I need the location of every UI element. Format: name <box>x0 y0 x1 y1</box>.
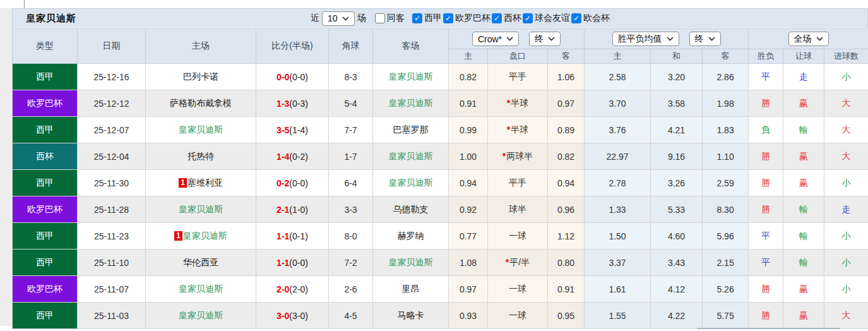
avg-draw: 3.26 <box>651 170 703 196</box>
home-team-name: 萨格勒布戴拿模 <box>170 98 232 108</box>
team-history-panel: 皇家贝迪斯 近 10 场 同客✓西甲✓欧罗巴杯✓西杯✓球会友谊✓欧会杯 <box>12 8 868 329</box>
odds-home: 1.08 <box>449 250 488 276</box>
average-odds-value: 胜平负均值 <box>618 33 662 45</box>
home-team: 萨格勒布戴拿模 <box>146 90 256 117</box>
match-date: 25-12-07 <box>78 117 146 143</box>
filter-checkbox-同客[interactable]: 同客 <box>375 13 405 24</box>
fulltime-score: 1-3 <box>276 99 289 109</box>
checkbox-checked-icon[interactable]: ✓ <box>412 13 422 23</box>
score: 3-0(3-0) <box>256 303 329 329</box>
away-team: 赫罗纳 <box>373 223 449 250</box>
result-goals: 走 <box>824 196 868 223</box>
halftime-score: (0-2) <box>289 152 308 162</box>
col-header-type: 类型 <box>13 29 78 64</box>
handicap-line: *半球 <box>488 117 548 143</box>
scope-select[interactable]: 全场 <box>788 32 829 46</box>
league-badge: 欧罗巴杯 <box>13 276 77 302</box>
checkbox-checked-icon[interactable]: ✓ <box>571 13 581 23</box>
recent-count-select[interactable]: 10 <box>322 11 355 26</box>
match-date: 25-11-23 <box>78 223 146 250</box>
result-goals-text: 大 <box>842 98 851 108</box>
result-goals: 大 <box>824 143 868 170</box>
home-team: 皇家贝迪斯 <box>146 196 256 223</box>
average-odds-select[interactable]: 胜平负均值 <box>612 32 679 46</box>
odds-home: 0.92 <box>449 196 488 223</box>
halftime-score: (3-0) <box>289 311 308 321</box>
matches-label: 场 <box>357 13 366 24</box>
result-handicap-text: 輸 <box>799 124 808 135</box>
handicap-line-text: 一球 <box>509 284 526 294</box>
halftime-score: (1-0) <box>289 205 308 215</box>
match-date: 25-11-10 <box>78 250 146 276</box>
fulltime-score: 3-5 <box>276 125 289 135</box>
result-wdl: 勝 <box>749 196 783 223</box>
away-team-name: 赫罗纳 <box>398 231 424 241</box>
odds-home: 0.77 <box>449 223 488 250</box>
score: 1-1(0-1) <box>256 223 329 250</box>
filter-checkbox-西甲[interactable]: ✓西甲 <box>412 13 442 24</box>
handicap-line-text: 平手 <box>509 71 526 81</box>
filter-checkbox-欧会杯[interactable]: ✓欧会杯 <box>571 13 610 24</box>
avg-home: 2.58 <box>585 64 651 90</box>
league-badge: 西杯 <box>13 143 77 169</box>
filter-checkbox-西杯[interactable]: ✓西杯 <box>492 13 521 24</box>
bookmaker-time-select[interactable]: 终 <box>529 32 561 46</box>
title-bar: 皇家贝迪斯 近 10 场 同客✓西甲✓欧罗巴杯✓西杯✓球会友谊✓欧会杯 <box>12 8 868 28</box>
result-handicap-text: 輸 <box>799 257 808 267</box>
league-badge: 欧罗巴杯 <box>13 90 77 116</box>
home-team-name: 皇家贝迪斯 <box>179 310 223 320</box>
average-time-select[interactable]: 终 <box>689 32 721 46</box>
league-badge: 西甲 <box>13 223 77 249</box>
result-handicap-text: 赢 <box>799 284 808 294</box>
type-cell: 欧罗巴杯 <box>13 196 78 223</box>
col-header-away: 客场 <box>373 29 449 64</box>
fulltime-score: 0-2 <box>276 178 289 188</box>
result-goals-text: 小 <box>842 71 851 81</box>
away-team-name: 皇家贝迪斯 <box>389 98 433 108</box>
type-cell: 西甲 <box>13 117 78 143</box>
odds-home: 0.82 <box>449 64 488 90</box>
filter-checkbox-球会友谊[interactable]: ✓球会友谊 <box>523 13 570 24</box>
bookmaker-select-value: Crow* <box>478 34 502 44</box>
checkbox-checked-icon[interactable]: ✓ <box>492 13 502 23</box>
checkbox-unchecked-icon[interactable] <box>375 13 385 23</box>
table-row: 欧罗巴杯25-11-07皇家贝迪斯2-0(2-0)2-6里昂0.97一球0.91… <box>13 276 868 303</box>
type-cell: 西甲 <box>13 250 78 276</box>
avg-draw: 4.12 <box>651 276 703 303</box>
halftime-score: (0-1) <box>289 231 308 241</box>
away-team: 里昂 <box>373 276 449 303</box>
corners: 3-3 <box>329 196 373 223</box>
league-badge: 西甲 <box>13 250 77 275</box>
match-date: 25-11-07 <box>78 276 146 303</box>
corners: 8-3 <box>329 64 373 90</box>
odds-home: 0.99 <box>449 117 488 143</box>
checkbox-checked-icon[interactable]: ✓ <box>443 13 453 23</box>
league-badge: 西甲 <box>13 117 77 143</box>
filter-checkbox-欧罗巴杯[interactable]: ✓欧罗巴杯 <box>443 13 490 24</box>
result-wdl-text: 勝 <box>761 284 770 294</box>
bookmaker-select[interactable]: Crow* <box>472 32 519 46</box>
fulltime-score: 1-1 <box>276 258 289 268</box>
score: 2-1(1-0) <box>256 196 329 223</box>
home-team: 皇家贝迪斯 <box>146 117 256 143</box>
away-team: 皇家贝迪斯 <box>373 143 449 170</box>
avg-home: 22.97 <box>585 143 651 170</box>
chevron-down-icon <box>816 37 823 41</box>
fulltime-score: 3-0 <box>276 311 289 321</box>
avg-draw: 5.33 <box>651 196 703 223</box>
result-handicap: 輸 <box>783 117 824 143</box>
subcol-avg-away: 客 <box>703 49 749 64</box>
corners: 7-7 <box>329 117 373 143</box>
corners: 4-5 <box>329 303 373 329</box>
match-date: 25-11-28 <box>78 196 146 223</box>
result-wdl: 勝 <box>749 303 783 329</box>
avg-draw: 3.58 <box>651 90 703 117</box>
handicap-star: * <box>507 98 510 108</box>
result-goals: 小 <box>824 64 868 90</box>
avg-home: 1.61 <box>585 276 651 303</box>
handicap-line: 一球 <box>488 223 548 250</box>
checkbox-checked-icon[interactable]: ✓ <box>523 13 533 23</box>
score: 2-0(2-0) <box>256 276 329 303</box>
avg-away: 5.26 <box>703 276 749 303</box>
away-team-name: 巴塞罗那 <box>393 124 429 135</box>
